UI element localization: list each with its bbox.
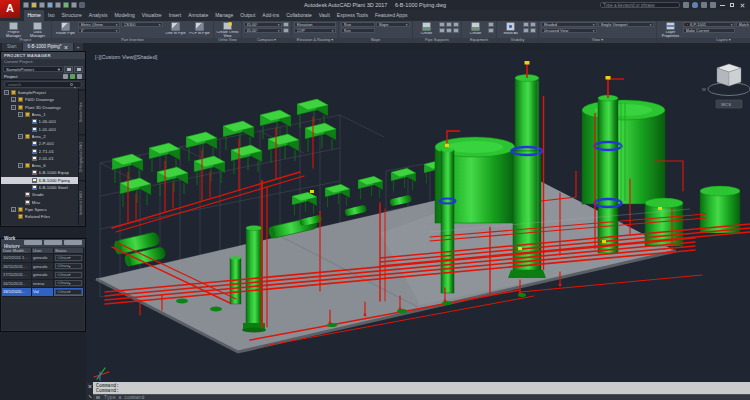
mini-button[interactable] [530,22,536,27]
status-dropdown[interactable]: <Unavail...▾ [55,289,82,295]
binoculars-icon[interactable] [683,2,689,8]
combo-45-00[interactable]: 45.00°▾ [244,28,282,33]
mini-button[interactable] [446,28,452,33]
button-pcf-to-pipe[interactable]: PCF to Pipe [188,22,211,38]
tree-item-related-files[interactable]: Related Files [1,213,78,220]
mini-button[interactable] [283,22,289,27]
combo-single-viewport[interactable]: Single Viewport▾ [598,22,654,27]
customize-icon[interactable] [88,394,92,398]
ribbon-tab-visualize[interactable]: Visualize [138,10,165,21]
mini-button[interactable] [439,28,445,33]
file-tab-start[interactable]: Start [2,43,22,51]
ribbon-tab-featured-apps[interactable]: Featured Apps [371,10,411,21]
ribbon-tab-manage[interactable]: Manage [212,10,237,21]
combo-6-p-1001[interactable]: 6-P-1001▾ [683,22,735,27]
combo-shaded[interactable]: Shaded▾ [541,22,597,27]
new-project-button[interactable] [64,66,73,73]
column-header-user[interactable]: User [32,248,54,254]
combo-45-00[interactable]: 45.00°▾ [244,22,282,27]
ribbon-tab-express-tools[interactable]: Express Tools [333,10,371,21]
combo-metric-gene[interactable]: Metric (Gene▾ [78,22,120,27]
ribbon-tab-insert[interactable]: Insert [165,10,185,21]
expand-toggle[interactable]: − [18,163,23,168]
combo-slope[interactable]: Slope▾ [376,22,410,27]
tree-item-1-05-001[interactable]: 1-05-001 [1,118,78,125]
work-history-row[interactable]: 16/11/2011...teresa<Unavail...▾ [2,280,84,289]
close-icon[interactable] [88,384,92,388]
combo-4[interactable]: 4"▾ [78,28,120,33]
combo-cs300[interactable]: CS300▾ [121,22,163,27]
ribbon-tab-home[interactable]: Home [24,10,44,21]
ribbon-tab-output[interactable]: Output [237,10,259,21]
button-line-to-pipe[interactable]: Line to Pipe [164,22,187,38]
tree-item-grade[interactable]: Grade [1,191,78,198]
field-run[interactable]: Run [341,28,375,33]
ribbon-tab-iso[interactable]: Iso [44,10,58,21]
viewcube[interactable]: W E WCS [702,64,750,108]
ribbon-tab-analysis[interactable]: Analysis [85,10,111,21]
expand-toggle[interactable]: − [11,105,16,110]
button-show-all[interactable]: Show All [499,22,522,38]
tree-item-area-1[interactable]: −Area_1 [1,111,78,118]
tree-item-sampleproject[interactable]: −SampleProject [1,89,78,96]
button-create-ortho-view[interactable]: Create Ortho View [216,22,239,38]
status-dropdown[interactable]: <Unavail...▾ [55,255,82,261]
ribbon-tab-vault[interactable]: Vault [315,10,333,21]
tree-item-pipe-specs[interactable]: +Pipe Specs [1,206,78,213]
close-button[interactable] [739,2,746,8]
file-tab-6-b-1000-piping[interactable]: 6-B-1000 Piping* [23,43,73,51]
column-header-date-modifi[interactable]: Date Modifi... [2,248,32,254]
button-data-manager[interactable]: Data Manager [26,22,49,38]
command-window-grip[interactable] [86,382,93,400]
work-history-row[interactable]: 17/11/2011...gonzalo<Unavail...▾ [2,271,84,280]
project-tab[interactable]: Project [4,74,61,79]
restore-button[interactable] [729,2,736,8]
tree-item-6-b-1000-piping[interactable]: 6-B-1000 Piping [1,177,78,184]
combo-unsaved-view[interactable]: Unsaved View▾ [541,28,597,33]
application-menu-button[interactable]: A [0,0,20,18]
expand-toggle[interactable]: − [18,134,23,139]
button-create[interactable]: Create [464,22,487,38]
work-history-row[interactable]: 26/11/2011...gonzalo<Unavail...▾ [2,263,84,272]
expand-toggle[interactable]: + [11,97,16,102]
validate-icon[interactable] [70,74,75,79]
button-route-pipe[interactable]: Route Pipe [54,22,77,38]
expand-toggle[interactable]: + [11,207,16,212]
settings-icon[interactable] [77,74,82,79]
field-make-current[interactable]: Make Current [683,28,735,33]
mini-button[interactable] [523,28,529,33]
mini-button[interactable] [283,28,289,33]
mini-button[interactable] [530,28,536,33]
button-create[interactable]: Create [415,22,438,38]
field-rise[interactable]: Rise [341,22,375,27]
tree-item-area-2[interactable]: −Area_2 [1,133,78,140]
status-dropdown[interactable]: <Unavail...▾ [55,263,82,269]
tree-item-1-01-001[interactable]: 1-01-001 [1,125,78,132]
tree-item-2-t1-01[interactable]: 2-T1-01 [1,147,78,154]
minimize-button[interactable] [719,2,726,8]
checkout-icon[interactable] [44,240,62,245]
viewport-controls[interactable]: [-][Custom View][Shaded] [95,54,158,60]
help-icon[interactable] [710,2,716,8]
side-tab-orthographic-dwg[interactable]: Orthographic DWG [79,134,85,179]
ribbon-tab-modeling[interactable]: Modeling [111,10,138,21]
exchange-apps-icon[interactable] [701,2,707,8]
command-input[interactable] [102,394,747,400]
project-tools-button[interactable] [74,66,83,73]
refresh-icon[interactable] [63,74,68,79]
tree-item-2-01-01[interactable]: 2-01-01 [1,155,78,162]
tree-item-6-b-1000-steel[interactable]: 6-B-1000 Steel [1,184,78,191]
mini-button[interactable] [439,22,445,27]
expand-toggle[interactable]: − [4,90,9,95]
sign-in-icon[interactable] [692,2,698,8]
mini-button[interactable] [453,22,459,27]
button-project-manager[interactable]: Project Manager [2,22,25,38]
side-tab-source-files[interactable]: Source Files [79,89,85,134]
mini-button[interactable] [488,22,494,27]
button-layer-properties[interactable]: Layer Properties [659,22,682,38]
tree-item-plant-3d-drawings[interactable]: −Plant 3D Drawings [1,104,78,111]
tree-item-2-p-001[interactable]: 2-P-001 [1,140,78,147]
mini-button[interactable] [523,22,529,27]
wcs-dropdown[interactable]: WCS [716,100,742,108]
tree-item-area-6[interactable]: −Area_6 [1,162,78,169]
